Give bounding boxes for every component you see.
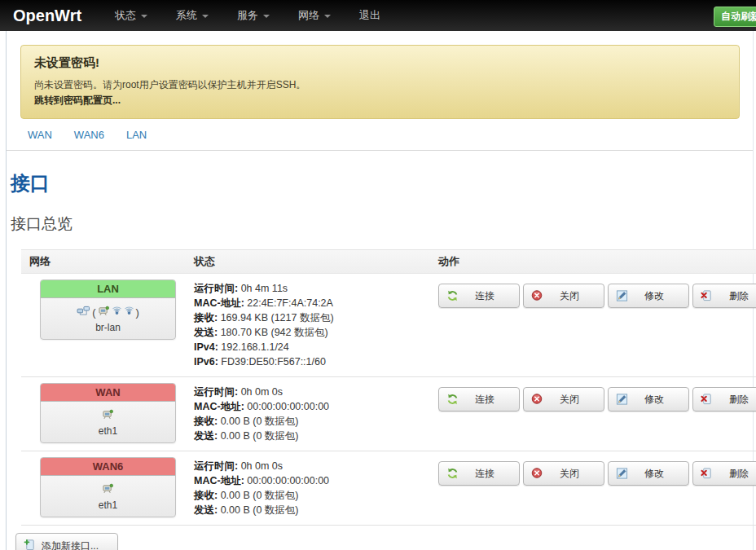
refresh-icon bbox=[446, 468, 459, 480]
interface-table: 网络 状态 动作 LAN()br-lan运行时间: 0h 4m 11sMAC-地… bbox=[21, 249, 756, 526]
add-page-icon bbox=[24, 539, 36, 550]
nav-item-label: 网络 bbox=[298, 8, 319, 23]
nav-item-状态[interactable]: 状态 bbox=[109, 3, 153, 28]
interface-device-icons bbox=[44, 482, 172, 497]
shutdown-icon bbox=[531, 290, 543, 302]
tab-lan[interactable]: LAN bbox=[126, 129, 147, 141]
tab-wan6[interactable]: WAN6 bbox=[74, 129, 104, 141]
interface-device-icons: () bbox=[44, 305, 172, 319]
interface-tabbar: WANWAN6LAN bbox=[7, 129, 753, 151]
refresh-icon bbox=[446, 290, 459, 302]
status-line: 接收: 0.00 B (0 数据包) bbox=[194, 414, 438, 429]
nav-item-label: 状态 bbox=[115, 8, 136, 23]
edit-icon bbox=[616, 468, 628, 480]
edit-button[interactable]: 修改 bbox=[608, 284, 689, 308]
status-line: 接收: 0.00 B (0 数据包) bbox=[194, 488, 438, 503]
chevron-down-icon bbox=[202, 15, 209, 18]
connect-button[interactable]: 连接 bbox=[438, 387, 520, 411]
paren-close: ) bbox=[136, 306, 139, 319]
nav-menu: 状态系统服务网络退出 bbox=[109, 3, 403, 28]
status-line: 发送: 0.00 B (0 数据包) bbox=[194, 429, 438, 443]
paren-open: ( bbox=[92, 306, 95, 319]
warning-title: 未设置密码! bbox=[34, 55, 726, 71]
nav-item-label: 系统 bbox=[176, 8, 197, 23]
delete-button[interactable]: 删除 bbox=[692, 387, 756, 411]
interface-card-body: ()br-lan bbox=[41, 298, 175, 339]
nav-item-服务[interactable]: 服务 bbox=[231, 3, 275, 28]
delete-icon bbox=[701, 394, 713, 406]
add-interface-button[interactable]: 添加新接口... bbox=[15, 533, 118, 550]
chevron-down-icon bbox=[324, 15, 331, 18]
nav-item-退出[interactable]: 退出 bbox=[354, 3, 386, 28]
warning-message: 尚未设置密码。请为root用户设置密码以保护主机并开启SSH。 bbox=[34, 78, 726, 92]
go-to-password-config-link[interactable]: 跳转到密码配置页... bbox=[34, 94, 121, 108]
interface-table-body: LAN()br-lan运行时间: 0h 4m 11sMAC-地址: 22:4E:… bbox=[21, 274, 756, 526]
connect-button[interactable]: 连接 bbox=[438, 284, 520, 308]
table-row-wan: WANeth1运行时间: 0h 0m 0sMAC-地址: 00:00:00:00… bbox=[21, 377, 756, 451]
wifi-icon bbox=[112, 306, 122, 319]
connect-button[interactable]: 连接 bbox=[438, 461, 520, 486]
interface-card-lan: LAN()br-lan bbox=[40, 279, 176, 340]
interface-card-body: eth1 bbox=[41, 402, 175, 442]
page-subtitle: 接口总览 bbox=[11, 213, 753, 235]
network-cell: WANeth1 bbox=[21, 383, 194, 443]
status-line: 发送: 0.00 B (0 数据包) bbox=[194, 503, 438, 517]
status-line: MAC-地址: 22:4E:7F:4A:74:2A bbox=[194, 296, 438, 310]
page-title: 接口 bbox=[11, 170, 753, 196]
interface-name-badge: WAN bbox=[41, 384, 175, 402]
network-cell: LAN()br-lan bbox=[21, 279, 194, 369]
page-container: 未设置密码! 尚未设置密码。请为root用户设置密码以保护主机并开启SSH。 跳… bbox=[6, 31, 754, 550]
interface-device-name: eth1 bbox=[44, 425, 172, 437]
edit-button[interactable]: 修改 bbox=[608, 461, 689, 486]
shutdown-icon bbox=[531, 468, 543, 480]
interface-name-badge: LAN bbox=[41, 280, 175, 298]
chevron-down-icon bbox=[141, 15, 147, 18]
bridge-icon bbox=[77, 306, 90, 319]
brand-logo: OpenWrt bbox=[13, 7, 81, 25]
status-line: 接收: 169.94 KB (1217 数据包) bbox=[194, 310, 438, 325]
interface-device-icons bbox=[44, 408, 172, 423]
delete-icon bbox=[701, 290, 713, 302]
shutdown-button[interactable]: 关闭 bbox=[523, 461, 604, 486]
top-navbar: OpenWrt 状态系统服务网络退出 自动刷新 bbox=[0, 0, 756, 31]
actions-cell: 连接关闭修改删除 bbox=[438, 383, 756, 443]
interface-table-header: 网络 状态 动作 bbox=[21, 249, 756, 274]
header-status: 状态 bbox=[194, 254, 438, 269]
network-cell: WAN6eth1 bbox=[21, 457, 194, 517]
status-line: IPv6: FD39:DE50:F567::1/60 bbox=[194, 354, 438, 369]
header-actions: 动作 bbox=[438, 254, 756, 269]
status-line: 发送: 180.70 KB (942 数据包) bbox=[194, 325, 438, 340]
status-line: 运行时间: 0h 4m 11s bbox=[194, 281, 438, 296]
actions-cell: 连接关闭修改删除 bbox=[438, 457, 756, 517]
nav-item-label: 服务 bbox=[237, 8, 258, 23]
header-network: 网络 bbox=[21, 254, 194, 269]
tab-wan[interactable]: WAN bbox=[28, 129, 52, 141]
refresh-icon bbox=[446, 394, 459, 406]
status-cell: 运行时间: 0h 0m 0sMAC-地址: 00:00:00:00:00:00接… bbox=[194, 383, 438, 443]
ethernet-icon bbox=[98, 306, 110, 319]
nav-item-系统[interactable]: 系统 bbox=[170, 3, 214, 28]
interface-device-name: br-lan bbox=[44, 322, 172, 333]
auto-refresh-toggle[interactable]: 自动刷新 bbox=[714, 7, 756, 27]
delete-button[interactable]: 删除 bbox=[692, 461, 756, 486]
status-line: MAC-地址: 00:00:00:00:00:00 bbox=[194, 473, 438, 488]
interface-card-body: eth1 bbox=[41, 476, 175, 517]
table-row-wan6: WAN6eth1运行时间: 0h 0m 0sMAC-地址: 00:00:00:0… bbox=[21, 451, 756, 526]
interface-name-badge: WAN6 bbox=[41, 458, 175, 476]
delete-icon bbox=[701, 468, 713, 480]
edit-icon bbox=[616, 394, 628, 406]
shutdown-icon bbox=[531, 394, 543, 406]
password-warning-banner: 未设置密码! 尚未设置密码。请为root用户设置密码以保护主机并开启SSH。 跳… bbox=[20, 45, 740, 119]
delete-button[interactable]: 删除 bbox=[692, 284, 756, 308]
actions-cell: 连接关闭修改删除 bbox=[438, 279, 756, 369]
shutdown-button[interactable]: 关闭 bbox=[523, 284, 604, 308]
interface-device-name: eth1 bbox=[44, 499, 172, 511]
edit-button[interactable]: 修改 bbox=[608, 387, 689, 411]
shutdown-button[interactable]: 关闭 bbox=[523, 387, 604, 411]
nav-item-网络[interactable]: 网络 bbox=[292, 3, 336, 28]
status-line: 运行时间: 0h 0m 0s bbox=[194, 459, 438, 473]
edit-icon bbox=[616, 290, 628, 302]
status-cell: 运行时间: 0h 4m 11sMAC-地址: 22:4E:7F:4A:74:2A… bbox=[194, 279, 438, 369]
status-line: IPv4: 192.168.1.1/24 bbox=[194, 340, 438, 354]
ethernet-icon bbox=[102, 409, 114, 422]
